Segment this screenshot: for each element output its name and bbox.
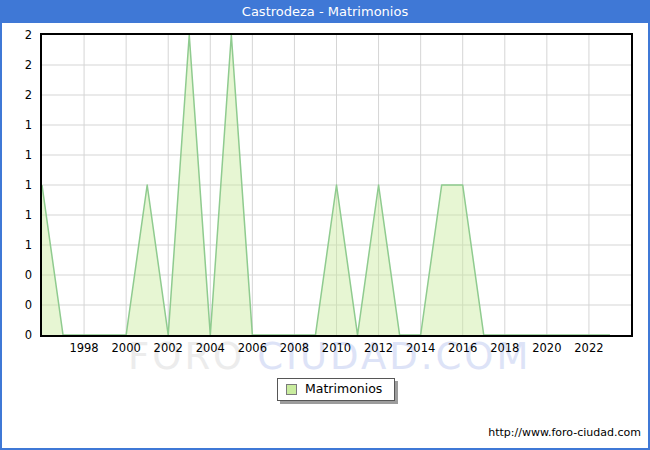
y-tick-label: 2	[2, 57, 32, 73]
y-tick-label: 0	[2, 297, 32, 313]
y-tick-label: 1	[2, 207, 32, 223]
y-tick-label: 2	[2, 87, 32, 103]
chart-window: Castrodeza - Matrimonios FOROCIUDAD.COM …	[0, 0, 650, 450]
chart-svg	[42, 35, 631, 335]
footer-url: http://www.foro-ciudad.com	[488, 426, 641, 439]
legend-label: Matrimonios	[305, 383, 382, 396]
legend-swatch-matrimonios	[286, 384, 297, 395]
y-tick-label: 1	[2, 117, 32, 133]
y-tick-label: 0	[2, 327, 32, 343]
legend: Matrimonios	[277, 378, 395, 401]
y-tick-label: 0	[2, 267, 32, 283]
chart-title: Castrodeza - Matrimonios	[242, 4, 408, 19]
x-tick-label: 2022	[559, 341, 619, 356]
y-tick-label: 2	[2, 27, 32, 43]
plot-area	[40, 33, 633, 337]
y-tick-label: 1	[2, 177, 32, 193]
y-tick-label: 1	[2, 237, 32, 253]
chart-title-bar: Castrodeza - Matrimonios	[0, 0, 650, 23]
y-tick-label: 1	[2, 147, 32, 163]
